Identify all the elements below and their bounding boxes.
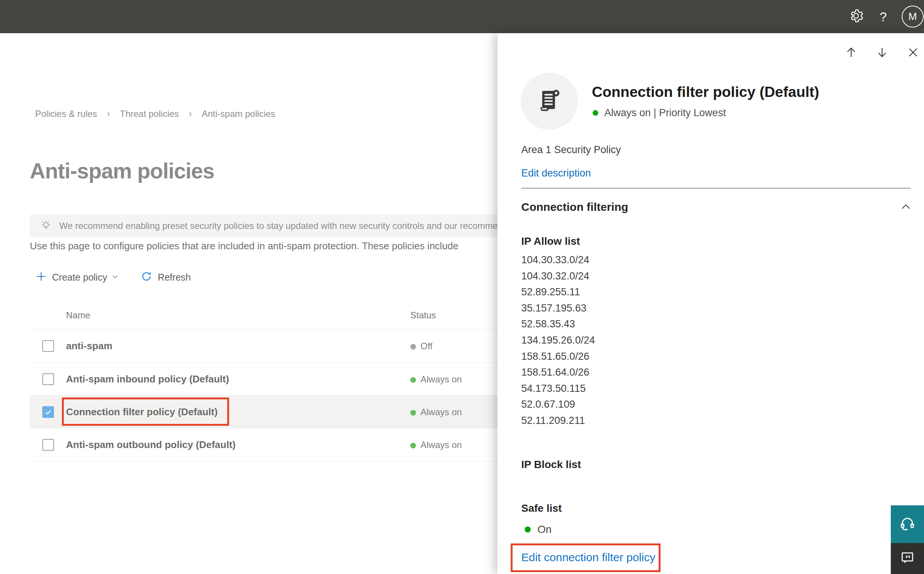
breadcrumb-policies-rules[interactable]: Policies & rules — [35, 109, 97, 119]
recommendation-banner: We recommend enabling preset security po… — [30, 214, 547, 237]
help-button[interactable]: ? — [870, 0, 897, 33]
flyout-status-line: Always on | Priority Lowest — [593, 107, 726, 119]
ip-entry: 54.173.50.115 — [521, 380, 595, 397]
ip-allow-list: 104.30.33.0/24 104.30.32.0/24 52.89.255.… — [521, 252, 595, 429]
headset-icon — [899, 515, 916, 534]
arrow-down-icon — [875, 46, 889, 61]
status-label: Off — [421, 341, 433, 352]
ip-entry: 158.51.65.0/26 — [521, 348, 595, 365]
create-policy-button[interactable]: Create policy — [35, 271, 119, 284]
app-root: ? M Policies & rules › Threat policies ›… — [0, 0, 924, 574]
chevron-down-icon — [111, 272, 119, 282]
breadcrumb-separator: › — [107, 108, 110, 120]
status-dot-off — [410, 344, 416, 350]
feedback-chat-icon — [899, 549, 916, 568]
edit-description-link[interactable]: Edit description — [521, 167, 591, 179]
status-label: Always on — [421, 440, 462, 450]
row-checkbox[interactable] — [42, 439, 54, 451]
ip-entry: 134.195.26.0/24 — [521, 332, 595, 348]
section-title-connection-filtering: Connection filtering — [521, 201, 628, 213]
policy-name: Anti-spam outbound policy (Default) — [66, 439, 236, 451]
table-bottom-border — [30, 461, 547, 461]
column-header-name: Name — [66, 310, 90, 320]
ip-allow-list-label: IP Allow list — [521, 235, 580, 248]
policy-scroll-icon — [535, 86, 564, 117]
settings-button[interactable] — [842, 0, 870, 33]
policy-name: anti-spam — [66, 340, 112, 352]
ip-entry: 104.30.32.0/24 — [521, 268, 595, 284]
ip-entry: 52.0.67.109 — [521, 396, 595, 413]
collapse-section-button[interactable] — [898, 201, 913, 214]
refresh-button[interactable]: Refresh — [141, 270, 195, 284]
close-icon — [907, 46, 919, 60]
next-item-button[interactable] — [875, 46, 889, 60]
policy-name: Anti-spam inbound policy (Default) — [66, 373, 229, 385]
safe-list-status-text: On — [538, 524, 551, 536]
table-row[interactable]: anti-spam Off — [30, 329, 547, 363]
policy-name: Connection filter policy (Default) — [66, 406, 218, 418]
row-checkbox[interactable] — [42, 340, 54, 352]
divider — [521, 188, 911, 189]
refresh-icon — [141, 270, 152, 284]
table-row-selected[interactable]: Connection filter policy (Default) Alway… — [30, 395, 547, 429]
policy-description: Area 1 Security Policy — [521, 144, 621, 156]
status-label: Always on — [421, 407, 462, 418]
topbar: ? M — [0, 0, 924, 33]
status-dot-on — [593, 110, 598, 116]
page-title: Anti-spam policies — [30, 158, 214, 183]
status-dot-on — [410, 377, 416, 383]
refresh-label: Refresh — [158, 272, 191, 283]
ip-entry: 52.58.35.43 — [521, 316, 595, 332]
chevron-up-icon — [899, 201, 912, 215]
breadcrumb-anti-spam-policies[interactable]: Anti-spam policies — [202, 109, 275, 119]
table-header: Name Status — [30, 306, 547, 329]
table-row[interactable]: Anti-spam outbound policy (Default) Alwa… — [30, 428, 547, 461]
account-button[interactable]: M — [897, 0, 924, 33]
lightbulb-icon — [40, 219, 52, 232]
gear-icon — [849, 9, 863, 25]
help-icon: ? — [880, 9, 887, 24]
policy-type-badge — [521, 73, 578, 130]
ip-entry: 52.89.255.11 — [521, 284, 595, 300]
ip-block-list-label: IP Block list — [521, 459, 581, 471]
breadcrumb-threat-policies[interactable]: Threat policies — [120, 109, 179, 119]
ip-entry: 158.51.64.0/26 — [521, 364, 595, 380]
row-checkbox[interactable] — [42, 373, 54, 385]
toolbar: Create policy Refresh — [35, 266, 195, 288]
avatar: M — [902, 6, 924, 28]
edit-connection-filter-policy-link[interactable]: Edit connection filter policy — [521, 551, 655, 564]
row-checkbox-checked[interactable] — [42, 406, 54, 418]
breadcrumb: Policies & rules › Threat policies › Ant… — [35, 108, 275, 120]
page-description: Use this page to configure policies that… — [30, 240, 547, 252]
plus-icon — [35, 271, 47, 284]
safe-list-status: On — [525, 524, 551, 536]
flyout-status-text: Always on | Priority Lowest — [604, 107, 726, 119]
safe-list-label: Safe list — [521, 502, 562, 514]
topbar-actions: ? M — [842, 0, 924, 33]
feedback-button[interactable] — [891, 543, 924, 574]
banner-text: We recommend enabling preset security po… — [59, 221, 497, 231]
table-row[interactable]: Anti-spam inbound policy (Default) Alway… — [30, 363, 547, 396]
ip-entry: 52.11.209.211 — [521, 413, 595, 429]
status-dot-on — [525, 527, 531, 533]
close-button[interactable] — [906, 46, 920, 60]
previous-item-button[interactable] — [844, 46, 858, 60]
flyout-nav — [844, 46, 920, 60]
status-label: Always on — [421, 374, 462, 385]
policy-details-flyout: Connection filter policy (Default) Alway… — [497, 33, 924, 574]
create-policy-label: Create policy — [52, 272, 107, 283]
status-dot-on — [410, 443, 416, 448]
status-dot-on — [410, 410, 416, 416]
column-header-status: Status — [410, 310, 436, 320]
breadcrumb-separator: › — [189, 108, 192, 120]
ip-entry: 104.30.33.0/24 — [521, 252, 595, 268]
flyout-title: Connection filter policy (Default) — [592, 84, 819, 100]
ip-entry: 35.157.195.63 — [521, 300, 595, 316]
support-button[interactable] — [891, 505, 924, 543]
arrow-up-icon — [844, 46, 858, 61]
